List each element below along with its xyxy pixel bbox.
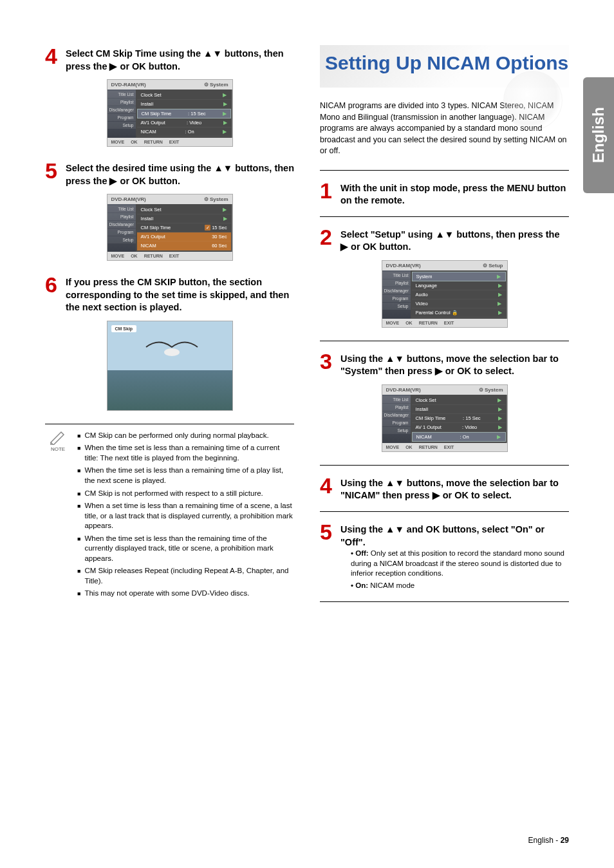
osd-side-item: DiscManager [382,411,411,419]
osd-row: NICAM60 Sec [137,241,231,250]
osd-footer-item: RETURN [144,254,163,258]
step-text: If you press the CM SKIP button, the sec… [66,274,294,314]
note-item: CM Skip is not performed with respect to… [77,489,294,499]
page-lang: English - [528,836,561,845]
osd-footer-item: OK [131,140,138,144]
step-text: Using the ▲▼ and OK buttons, select "On"… [340,521,569,549]
arrow-right-icon: ▶ [498,397,501,403]
step-text: Using the ▲▼ buttons, move the selection… [340,350,569,378]
left-step-5: 5 Select the desired time using the ▲▼ b… [45,160,294,187]
note-item: When a set time is less than a remaining… [77,501,294,531]
step-sub-bullets: • Off: Only set at this position to reco… [340,549,569,590]
osd-panel-3: DVD-RAM(VR)⚙SetupTitle ListPlaylistDiscM… [382,260,508,328]
divider [320,601,569,602]
osd-footer-item: OK [405,321,413,325]
osd-footer-item: RETURN [419,321,438,325]
osd-main: System▶Language▶Audio▶Video▶Parental Con… [411,270,507,319]
osd-header: DVD-RAM(VR)⚙System [107,80,232,90]
osd-footer: MOVEOKRETURNEXIT [107,138,232,146]
note-item: This may not operate with some DVD-Video… [77,589,294,599]
osd-footer-item: RETURN [144,140,163,144]
arrow-right-icon: ▶ [223,129,227,135]
osd-footer-item: MOVE [111,254,125,258]
arrow-right-icon: ▶ [498,424,502,430]
note-item: When the time set is less than a remaini… [77,443,294,463]
divider [320,341,569,341]
left-column: 4 Select CM Skip Time using the ▲▼ butto… [45,45,294,611]
osd-side-item: DiscManager [382,287,411,294]
note-icon: NOTE [45,431,71,601]
divider [320,511,569,512]
step-number: 3 [320,350,335,372]
osd-sidebar: Title ListPlaylistDiscManagerProgramSetu… [382,270,411,319]
osd-row: Install▶ [137,100,231,109]
arrow-right-icon: ▶ [498,310,502,316]
left-step-4: 4 Select CM Skip Time using the ▲▼ butto… [45,45,294,73]
step-number: 4 [320,475,335,496]
osd-footer: MOVEOKRETURNEXIT [107,252,232,260]
osd-side-item: Program [382,419,411,426]
osd-row: Clock Set▶ [137,91,231,100]
osd-row: Language▶ [412,281,506,290]
note-item: CM Skip can be performed only during nor… [77,431,294,441]
osd-side-item: Setup [382,427,411,434]
osd-footer-item: RETURN [419,445,438,449]
right-step-4: 4 Using the ▲▼ buttons, move the selecti… [320,475,569,502]
step-text: Using the ▲▼ buttons, move the selection… [340,475,569,502]
step-text: Select the desired time using the ▲▼ but… [66,160,294,187]
osd-row: System▶ [412,272,506,281]
step-text: With the unit in stop mode, press the ME… [340,180,569,207]
osd-side-item: Program [107,114,136,121]
sub-bullet: • Off: Only set at this position to reco… [351,549,569,579]
arrow-right-icon: ▶ [498,292,502,297]
osd-main: Clock Set▶Install▶CM Skip Time✓15 SecAV1… [136,204,232,252]
notes-list: CM Skip can be performed only during nor… [77,431,294,601]
osd-side-item: DiscManager [107,106,136,113]
step-text: Select CM Skip Time using the ▲▼ buttons… [66,45,294,73]
osd-row: Clock Set▶ [412,396,506,405]
arrow-right-icon: ▶ [497,274,501,279]
step-number: 5 [45,160,60,182]
step-number: 4 [45,45,60,67]
osd-row: Install▶ [412,405,506,414]
step-number: 5 [320,521,335,543]
osd-side-item: Program [382,295,411,302]
osd-row: AV1 Output: Video▶ [137,118,231,127]
notes-block: NOTE CM Skip can be performed only durin… [45,424,294,601]
osd-row: Install▶ [137,214,231,223]
page-columns: 4 Select CM Skip Time using the ▲▼ butto… [45,45,569,611]
osd-footer: MOVEOKRETURNEXIT [382,443,507,451]
svg-point-0 [164,348,180,356]
osd-row: NICAM: On▶ [137,127,231,137]
language-tab: English [583,77,614,193]
osd-footer-item: EXIT [444,321,454,325]
page-number: English - 29 [528,836,569,845]
osd-side-item: Setup [107,122,136,129]
osd-footer-item: OK [131,254,138,258]
osd-footer-item: OK [405,445,413,449]
right-step-3: 3 Using the ▲▼ buttons, move the selecti… [320,350,569,378]
osd-sidebar: Title ListPlaylistDiscManagerProgramSetu… [382,395,411,443]
divider [320,465,569,466]
section-title: Setting Up NICAM Options [320,45,569,88]
osd-side-item: DiscManager [107,221,136,228]
osd-footer-item: MOVE [111,140,125,144]
osd-side-item: Setup [382,303,411,310]
osd-row: Audio▶ [412,290,506,299]
osd-row: CM Skip Time✓15 Sec [137,223,231,232]
osd-side-item: Playlist [382,404,411,411]
osd-side-item: Title List [382,396,411,403]
sub-bullet: • On: NICAM mode [351,581,569,591]
step-number: 6 [45,274,60,296]
arrow-right-icon: ▶ [498,301,501,307]
left-step-6: 6 If you press the CM SKIP button, the s… [45,274,294,314]
note-label: NOTE [51,446,65,452]
page-num-value: 29 [561,836,569,845]
arrow-right-icon: ▶ [498,415,502,421]
osd-side-item: Playlist [382,279,411,287]
osd-footer-item: EXIT [169,254,180,258]
osd-footer-item: EXIT [169,140,180,144]
divider [320,216,569,217]
osd-panel-4: DVD-RAM(VR)⚙SystemTitle ListPlaylistDisc… [382,384,508,452]
osd-header: DVD-RAM(VR)⚙System [107,194,232,204]
